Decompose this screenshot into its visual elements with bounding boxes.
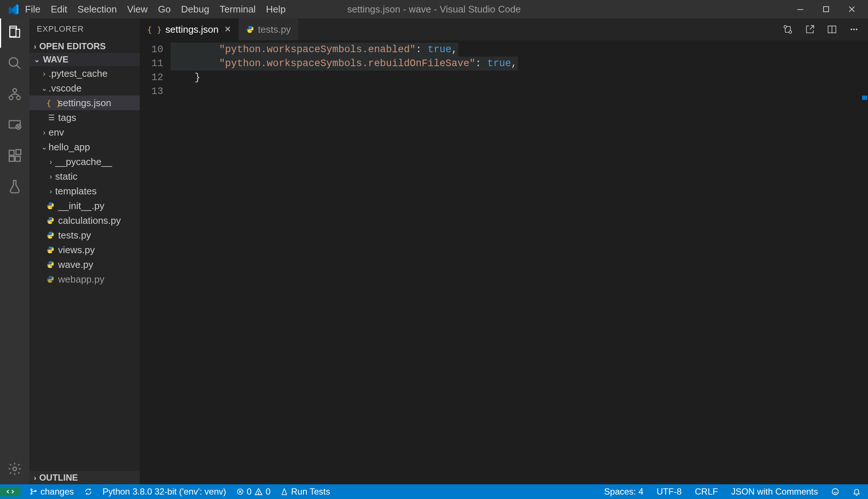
statusbar: changes Python 3.8.0 32-bit ('env': venv… bbox=[0, 484, 868, 499]
json-icon: { } bbox=[46, 98, 57, 108]
explorer-icon[interactable] bbox=[7, 24, 23, 40]
tab-tests-py[interactable]: tests.py bbox=[239, 18, 299, 40]
editor-actions bbox=[775, 18, 868, 40]
ruler-mark bbox=[862, 96, 867, 100]
section-open-editors[interactable]: › OPEN EDITORS bbox=[29, 40, 140, 53]
tree-file[interactable]: webapp.py bbox=[29, 272, 140, 287]
tree-file[interactable]: __init__.py bbox=[29, 198, 140, 213]
source-control-icon[interactable] bbox=[7, 86, 23, 102]
split-editor-icon[interactable] bbox=[827, 24, 839, 35]
menu-view[interactable]: View bbox=[127, 4, 148, 15]
section-label: OPEN EDITORS bbox=[39, 41, 106, 51]
status-feedback-icon[interactable] bbox=[830, 488, 841, 496]
gear-icon[interactable] bbox=[7, 461, 23, 477]
tree-file[interactable]: calculations.py bbox=[29, 213, 140, 228]
maximize-icon[interactable] bbox=[822, 6, 833, 13]
svg-rect-1 bbox=[823, 7, 829, 12]
tab-label: tests.py bbox=[258, 24, 291, 35]
menu-go[interactable]: Go bbox=[158, 4, 171, 15]
tree-label: static bbox=[55, 171, 78, 182]
window-title: settings.json - wave - Visual Studio Cod… bbox=[347, 4, 521, 15]
compare-changes-icon[interactable] bbox=[783, 24, 794, 35]
overview-ruler[interactable] bbox=[861, 40, 868, 484]
tree-folder[interactable]: › __pycache__ bbox=[29, 154, 140, 169]
open-changes-icon[interactable] bbox=[805, 24, 817, 35]
sidebar-title: EXPLORER bbox=[29, 18, 140, 40]
python-icon bbox=[46, 275, 57, 283]
tab-label: settings.json bbox=[166, 24, 219, 35]
tree-label: webapp.py bbox=[58, 274, 104, 285]
tree-file-settings-json[interactable]: { } settings.json bbox=[29, 96, 140, 110]
code-content[interactable]: "python.workspaceSymbols.enabled": true,… bbox=[171, 40, 868, 484]
status-branch-label: changes bbox=[40, 487, 74, 497]
tree-label: views.py bbox=[58, 244, 95, 256]
chevron-right-icon: › bbox=[34, 42, 36, 51]
status-language-label: JSON with Comments bbox=[731, 487, 818, 497]
file-tree: › .pytest_cache ⌄ .vscode { } settings.j… bbox=[29, 66, 140, 471]
minimize-icon[interactable] bbox=[797, 6, 808, 13]
status-encoding[interactable]: UTF-8 bbox=[655, 487, 683, 497]
status-bell-icon[interactable] bbox=[851, 488, 862, 496]
python-icon bbox=[46, 231, 57, 239]
code-brace: } bbox=[195, 72, 200, 83]
status-python[interactable]: Python 3.8.0 32-bit ('env': venv) bbox=[101, 487, 228, 497]
svg-point-15 bbox=[789, 31, 792, 33]
tree-folder[interactable]: › env bbox=[29, 125, 140, 140]
svg-rect-10 bbox=[9, 157, 14, 161]
tree-file[interactable]: wave.py bbox=[29, 257, 140, 272]
svg-point-5 bbox=[9, 96, 13, 100]
menu-edit[interactable]: Edit bbox=[51, 4, 67, 15]
status-sync[interactable] bbox=[83, 488, 94, 496]
chevron-down-icon: ⌄ bbox=[40, 143, 49, 151]
chevron-right-icon: › bbox=[46, 187, 55, 195]
code-indent bbox=[171, 58, 219, 69]
extensions-icon[interactable] bbox=[7, 148, 23, 164]
debug-icon[interactable] bbox=[7, 117, 23, 133]
menu-file[interactable]: File bbox=[25, 4, 40, 15]
section-root[interactable]: ⌄ WAVE bbox=[29, 53, 140, 66]
tab-settings-json[interactable]: { } settings.json ✕ bbox=[140, 18, 239, 40]
line-number: 13 bbox=[140, 85, 163, 98]
menubar: File Edit Selection View Go Debug Termin… bbox=[25, 4, 286, 15]
svg-point-6 bbox=[17, 96, 20, 100]
menu-help[interactable]: Help bbox=[266, 4, 285, 15]
test-icon[interactable] bbox=[7, 179, 23, 195]
close-icon[interactable]: ✕ bbox=[224, 25, 231, 34]
menu-terminal[interactable]: Terminal bbox=[220, 4, 256, 15]
status-eol[interactable]: CRLF bbox=[693, 487, 719, 497]
tree-folder[interactable]: ⌄ .vscode bbox=[29, 81, 140, 96]
tree-file-tags[interactable]: ☰ tags bbox=[29, 110, 140, 125]
line-number: 10 bbox=[140, 43, 163, 57]
python-icon bbox=[46, 246, 57, 254]
more-icon[interactable] bbox=[849, 24, 861, 35]
section-outline[interactable]: › OUTLINE bbox=[29, 471, 140, 484]
tree-file[interactable]: tests.py bbox=[29, 228, 140, 243]
chevron-right-icon: › bbox=[46, 172, 55, 181]
tree-label: calculations.py bbox=[58, 215, 121, 226]
titlebar: File Edit Selection View Go Debug Termin… bbox=[0, 0, 868, 18]
search-icon[interactable] bbox=[7, 55, 23, 71]
status-spaces[interactable]: Spaces: 4 bbox=[603, 487, 645, 497]
status-problems[interactable]: 0 0 bbox=[235, 487, 272, 497]
close-icon[interactable] bbox=[848, 6, 859, 13]
svg-rect-11 bbox=[15, 157, 20, 161]
tree-folder[interactable]: › static bbox=[29, 169, 140, 184]
menu-selection[interactable]: Selection bbox=[78, 4, 117, 15]
svg-rect-0 bbox=[797, 9, 803, 10]
tree-folder[interactable]: › .pytest_cache bbox=[29, 66, 140, 81]
editor-body[interactable]: 10 11 12 13 "python.workspaceSymbols.ena… bbox=[140, 40, 868, 484]
status-run-tests[interactable]: Run Tests bbox=[279, 487, 331, 497]
line-number: 11 bbox=[140, 57, 163, 71]
tree-label: settings.json bbox=[58, 97, 111, 109]
tree-file[interactable]: views.py bbox=[29, 243, 140, 257]
activitybar bbox=[0, 18, 29, 484]
tree-folder[interactable]: ⌄ hello_app bbox=[29, 140, 140, 154]
chevron-right-icon: › bbox=[40, 69, 49, 78]
tree-folder[interactable]: › templates bbox=[29, 184, 140, 198]
sidebar: EXPLORER › OPEN EDITORS ⌄ WAVE › .pytest… bbox=[29, 18, 140, 484]
svg-point-2 bbox=[9, 58, 18, 66]
remote-indicator[interactable] bbox=[0, 487, 21, 496]
menu-debug[interactable]: Debug bbox=[181, 4, 209, 15]
status-branch[interactable]: changes bbox=[28, 487, 75, 497]
status-language[interactable]: JSON with Comments bbox=[730, 487, 819, 497]
